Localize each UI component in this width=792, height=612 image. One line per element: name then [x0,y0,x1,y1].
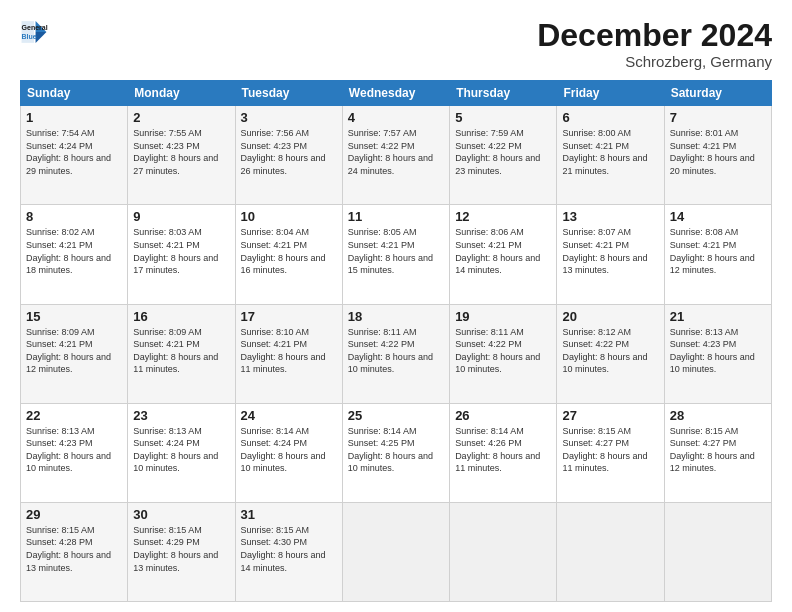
table-row: 8Sunrise: 8:02 AMSunset: 4:21 PMDaylight… [21,205,128,304]
col-tuesday: Tuesday [235,81,342,106]
day-info: Sunrise: 8:09 AMSunset: 4:21 PMDaylight:… [26,327,111,375]
day-number: 3 [241,110,337,125]
day-number: 19 [455,309,551,324]
table-row: 26Sunrise: 8:14 AMSunset: 4:26 PMDayligh… [450,403,557,502]
day-info: Sunrise: 7:56 AMSunset: 4:23 PMDaylight:… [241,128,326,176]
svg-text:General: General [22,24,48,31]
day-number: 6 [562,110,658,125]
table-row: 12Sunrise: 8:06 AMSunset: 4:21 PMDayligh… [450,205,557,304]
day-info: Sunrise: 8:11 AMSunset: 4:22 PMDaylight:… [455,327,540,375]
table-row: 4Sunrise: 7:57 AMSunset: 4:22 PMDaylight… [342,106,449,205]
day-number: 5 [455,110,551,125]
table-row: 30Sunrise: 8:15 AMSunset: 4:29 PMDayligh… [128,502,235,601]
day-number: 7 [670,110,766,125]
day-number: 10 [241,209,337,224]
day-number: 14 [670,209,766,224]
calendar-week-5: 29Sunrise: 8:15 AMSunset: 4:28 PMDayligh… [21,502,772,601]
col-monday: Monday [128,81,235,106]
table-row: 2Sunrise: 7:55 AMSunset: 4:23 PMDaylight… [128,106,235,205]
day-info: Sunrise: 8:15 AMSunset: 4:28 PMDaylight:… [26,525,111,573]
day-number: 21 [670,309,766,324]
day-info: Sunrise: 8:04 AMSunset: 4:21 PMDaylight:… [241,227,326,275]
day-info: Sunrise: 8:02 AMSunset: 4:21 PMDaylight:… [26,227,111,275]
title-block: December 2024 Schrozberg, Germany [537,18,772,70]
table-row: 7Sunrise: 8:01 AMSunset: 4:21 PMDaylight… [664,106,771,205]
logo-icon: General Blue [20,18,48,46]
day-number: 17 [241,309,337,324]
day-info: Sunrise: 8:13 AMSunset: 4:23 PMDaylight:… [670,327,755,375]
day-info: Sunrise: 8:00 AMSunset: 4:21 PMDaylight:… [562,128,647,176]
day-info: Sunrise: 8:05 AMSunset: 4:21 PMDaylight:… [348,227,433,275]
table-row [450,502,557,601]
table-row: 17Sunrise: 8:10 AMSunset: 4:21 PMDayligh… [235,304,342,403]
day-number: 18 [348,309,444,324]
weekday-row: Sunday Monday Tuesday Wednesday Thursday… [21,81,772,106]
day-info: Sunrise: 8:10 AMSunset: 4:21 PMDaylight:… [241,327,326,375]
day-number: 13 [562,209,658,224]
day-info: Sunrise: 7:57 AMSunset: 4:22 PMDaylight:… [348,128,433,176]
day-number: 4 [348,110,444,125]
day-number: 29 [26,507,122,522]
day-number: 22 [26,408,122,423]
table-row [557,502,664,601]
calendar-table: Sunday Monday Tuesday Wednesday Thursday… [20,80,772,602]
col-friday: Friday [557,81,664,106]
table-row: 28Sunrise: 8:15 AMSunset: 4:27 PMDayligh… [664,403,771,502]
day-info: Sunrise: 8:07 AMSunset: 4:21 PMDaylight:… [562,227,647,275]
day-number: 16 [133,309,229,324]
day-number: 11 [348,209,444,224]
day-number: 25 [348,408,444,423]
day-info: Sunrise: 8:08 AMSunset: 4:21 PMDaylight:… [670,227,755,275]
day-number: 20 [562,309,658,324]
day-number: 15 [26,309,122,324]
table-row: 23Sunrise: 8:13 AMSunset: 4:24 PMDayligh… [128,403,235,502]
day-number: 23 [133,408,229,423]
day-info: Sunrise: 8:15 AMSunset: 4:27 PMDaylight:… [670,426,755,474]
day-info: Sunrise: 8:06 AMSunset: 4:21 PMDaylight:… [455,227,540,275]
table-row: 29Sunrise: 8:15 AMSunset: 4:28 PMDayligh… [21,502,128,601]
table-row: 5Sunrise: 7:59 AMSunset: 4:22 PMDaylight… [450,106,557,205]
day-info: Sunrise: 8:12 AMSunset: 4:22 PMDaylight:… [562,327,647,375]
table-row: 3Sunrise: 7:56 AMSunset: 4:23 PMDaylight… [235,106,342,205]
table-row [342,502,449,601]
day-number: 9 [133,209,229,224]
col-saturday: Saturday [664,81,771,106]
day-info: Sunrise: 8:03 AMSunset: 4:21 PMDaylight:… [133,227,218,275]
calendar-week-4: 22Sunrise: 8:13 AMSunset: 4:23 PMDayligh… [21,403,772,502]
col-thursday: Thursday [450,81,557,106]
day-number: 27 [562,408,658,423]
month-title: December 2024 [537,18,772,53]
table-row: 20Sunrise: 8:12 AMSunset: 4:22 PMDayligh… [557,304,664,403]
day-number: 26 [455,408,551,423]
day-number: 31 [241,507,337,522]
day-number: 28 [670,408,766,423]
day-info: Sunrise: 8:01 AMSunset: 4:21 PMDaylight:… [670,128,755,176]
header: General Blue December 2024 Schrozberg, G… [20,18,772,70]
table-row: 18Sunrise: 8:11 AMSunset: 4:22 PMDayligh… [342,304,449,403]
day-info: Sunrise: 8:15 AMSunset: 4:30 PMDaylight:… [241,525,326,573]
day-number: 8 [26,209,122,224]
table-row: 6Sunrise: 8:00 AMSunset: 4:21 PMDaylight… [557,106,664,205]
table-row: 1Sunrise: 7:54 AMSunset: 4:24 PMDaylight… [21,106,128,205]
logo: General Blue [20,18,48,46]
day-info: Sunrise: 8:14 AMSunset: 4:26 PMDaylight:… [455,426,540,474]
table-row: 14Sunrise: 8:08 AMSunset: 4:21 PMDayligh… [664,205,771,304]
day-info: Sunrise: 8:13 AMSunset: 4:23 PMDaylight:… [26,426,111,474]
day-info: Sunrise: 8:13 AMSunset: 4:24 PMDaylight:… [133,426,218,474]
col-sunday: Sunday [21,81,128,106]
table-row: 19Sunrise: 8:11 AMSunset: 4:22 PMDayligh… [450,304,557,403]
calendar-week-2: 8Sunrise: 8:02 AMSunset: 4:21 PMDaylight… [21,205,772,304]
day-info: Sunrise: 8:14 AMSunset: 4:24 PMDaylight:… [241,426,326,474]
table-row [664,502,771,601]
day-number: 24 [241,408,337,423]
day-info: Sunrise: 8:14 AMSunset: 4:25 PMDaylight:… [348,426,433,474]
page: General Blue December 2024 Schrozberg, G… [0,0,792,612]
table-row: 24Sunrise: 8:14 AMSunset: 4:24 PMDayligh… [235,403,342,502]
day-number: 1 [26,110,122,125]
day-info: Sunrise: 7:59 AMSunset: 4:22 PMDaylight:… [455,128,540,176]
day-number: 2 [133,110,229,125]
location: Schrozberg, Germany [537,53,772,70]
table-row: 9Sunrise: 8:03 AMSunset: 4:21 PMDaylight… [128,205,235,304]
calendar-week-3: 15Sunrise: 8:09 AMSunset: 4:21 PMDayligh… [21,304,772,403]
table-row: 22Sunrise: 8:13 AMSunset: 4:23 PMDayligh… [21,403,128,502]
